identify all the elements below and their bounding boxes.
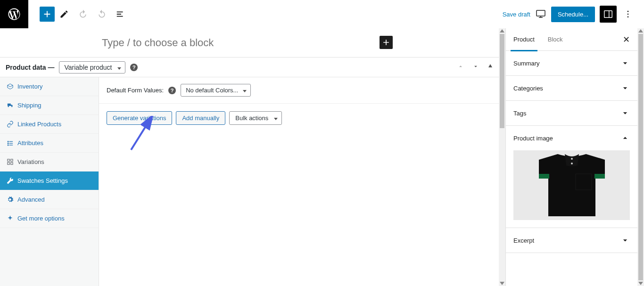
editor-scrollbar[interactable]: [499, 28, 505, 286]
svg-rect-5: [8, 159, 9, 161]
grid-icon: [7, 158, 14, 165]
sidebar-tab-product[interactable]: Product: [513, 28, 535, 51]
settings-sidebar: Product Block ✕ Summary Categories Tags: [505, 28, 637, 286]
help-icon[interactable]: ?: [130, 64, 138, 71]
tab-shipping[interactable]: Shipping: [0, 96, 99, 115]
block-insert-button[interactable]: [40, 7, 55, 22]
svg-point-4: [627, 16, 629, 18]
edit-tool-icon[interactable]: [55, 5, 74, 24]
variations-panel: Default Form Values: ? No default Colors…: [99, 77, 499, 286]
link-icon: [7, 121, 14, 128]
tab-label: Inventory: [17, 83, 42, 90]
tab-variations[interactable]: Variations: [0, 153, 99, 172]
more-options-icon[interactable]: [621, 9, 635, 19]
tab-inventory[interactable]: Inventory: [0, 77, 99, 96]
product-data-header: Product data — Variable product ?: [0, 57, 499, 77]
tab-attributes[interactable]: Attributes: [0, 134, 99, 153]
default-form-values-label: Default Form Values:: [107, 87, 164, 94]
product-type-select[interactable]: Variable product: [59, 61, 125, 74]
svg-line-9: [131, 120, 150, 150]
panel-title: Tags: [513, 110, 526, 117]
tab-get-more-options[interactable]: Get more options: [0, 209, 99, 228]
annotation-arrow: [127, 116, 156, 154]
panel-tags[interactable]: Tags: [506, 101, 637, 125]
svg-rect-1: [604, 11, 612, 18]
undo-icon[interactable]: [74, 5, 92, 24]
editor-area: Type / to choose a block Product data — …: [0, 28, 499, 286]
tab-swatches-settings[interactable]: Swatches Settings: [0, 172, 99, 190]
sidebar-scrollbar[interactable]: [637, 28, 644, 286]
panel-summary[interactable]: Summary: [506, 51, 637, 75]
svg-rect-8: [11, 163, 13, 164]
chevron-down-icon: [620, 236, 630, 245]
chevron-down-icon: [620, 83, 630, 93]
tab-label: Get more options: [17, 215, 65, 222]
list-icon: [7, 139, 14, 147]
tab-linked-products[interactable]: Linked Products: [0, 115, 99, 134]
box-icon: [7, 83, 14, 90]
panel-title: Summary: [513, 60, 540, 67]
schedule-button[interactable]: Schedule...: [551, 7, 595, 22]
tab-label: Attributes: [17, 139, 43, 147]
wordpress-logo[interactable]: [0, 0, 28, 28]
panel-title: Excerpt: [513, 237, 534, 244]
bulk-actions-select[interactable]: Bulk actions: [229, 111, 282, 125]
svg-point-2: [627, 11, 629, 12]
svg-point-12: [571, 158, 573, 160]
spark-icon: [7, 215, 14, 222]
add-manually-button[interactable]: Add manually: [176, 111, 225, 125]
sidebar-tab-block[interactable]: Block: [548, 28, 563, 51]
product-data-tabs: Inventory Shipping Linked Products Attri…: [0, 77, 99, 286]
tab-label: Shipping: [17, 102, 41, 109]
panel-up-icon[interactable]: [457, 63, 464, 71]
panel-title: Product image: [513, 135, 553, 142]
chevron-down-icon: [620, 58, 630, 68]
tab-advanced[interactable]: Advanced: [0, 190, 99, 209]
add-block-button[interactable]: [380, 36, 393, 49]
truck-icon: [7, 102, 14, 109]
chevron-up-icon: [620, 133, 630, 143]
wrench-icon: [7, 177, 14, 184]
svg-rect-11: [594, 174, 605, 179]
svg-rect-10: [539, 174, 549, 179]
settings-panel-toggle[interactable]: [600, 6, 617, 23]
panel-down-icon[interactable]: [472, 63, 479, 71]
panel-excerpt[interactable]: Excerpt: [506, 228, 637, 253]
gear-icon: [7, 196, 14, 203]
chevron-down-icon: [620, 108, 630, 118]
help-icon[interactable]: ?: [168, 87, 176, 94]
tab-label: Variations: [17, 158, 44, 165]
close-icon[interactable]: ✕: [623, 34, 630, 45]
tab-label: Advanced: [17, 196, 45, 203]
default-form-select[interactable]: No default Colors...: [181, 84, 251, 97]
panel-product-image[interactable]: Product image: [506, 126, 637, 150]
tab-label: Swatches Settings: [17, 177, 68, 184]
preview-device-icon[interactable]: [535, 8, 546, 21]
panel-title: Categories: [513, 85, 543, 92]
document-overview-icon[interactable]: [111, 5, 130, 24]
save-draft-link[interactable]: Save draft: [503, 11, 530, 18]
editor-top-bar: Save draft Schedule...: [0, 0, 644, 28]
panel-categories[interactable]: Categories: [506, 76, 637, 100]
svg-rect-0: [537, 10, 545, 16]
svg-rect-6: [11, 159, 13, 161]
svg-point-13: [571, 163, 573, 164]
redo-icon[interactable]: [92, 5, 111, 24]
product-data-label: Product data —: [6, 64, 54, 71]
panel-toggle-icon[interactable]: [487, 63, 493, 71]
svg-rect-7: [8, 163, 9, 164]
svg-point-3: [627, 14, 629, 15]
tab-label: Linked Products: [17, 121, 61, 128]
block-placeholder[interactable]: Type / to choose a block: [102, 37, 214, 49]
product-image-thumbnail[interactable]: [513, 150, 630, 220]
